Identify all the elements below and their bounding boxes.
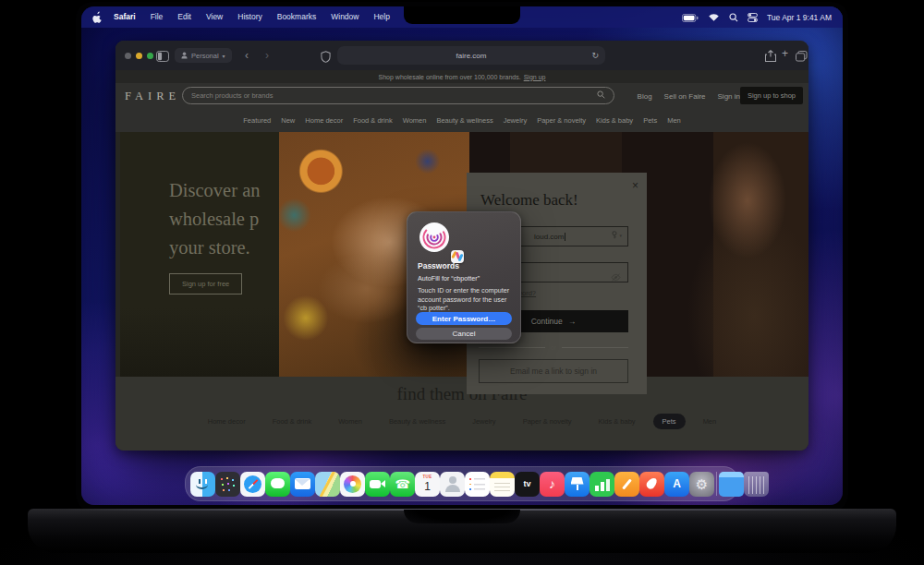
new-tab-button[interactable]: +	[782, 47, 788, 60]
find-them-section: find them on Faire Home decorFood & drin…	[116, 377, 808, 451]
facetime-dock-icon[interactable]	[365, 472, 390, 497]
nav-category-kids-baby[interactable]: Kids & baby	[596, 116, 633, 125]
maps-dock-icon[interactable]	[315, 472, 340, 497]
email-link-button[interactable]: Email me a link to sign in	[479, 359, 628, 383]
menu-bar-clock[interactable]: Tue Apr 1 9:41 AM	[767, 13, 832, 22]
menu-item-safari[interactable]: Safari	[106, 6, 143, 28]
nav-category-food-drink[interactable]: Food & drink	[353, 116, 393, 125]
menu-item-bookmarks[interactable]: Bookmarks	[270, 6, 324, 28]
nav-category-new[interactable]: New	[281, 116, 295, 125]
photos-dock-icon[interactable]	[340, 472, 365, 497]
calendar-dock-icon[interactable]: TUE1	[415, 472, 440, 497]
contacts-dock-icon[interactable]	[440, 472, 465, 497]
faire-page: Shop wholesale online from over 100,000 …	[116, 70, 808, 451]
window-zoom-button[interactable]	[147, 53, 153, 59]
enter-password-button[interactable]: Enter Password…	[416, 312, 512, 325]
settings-dock-icon[interactable]: ⚙	[689, 472, 714, 497]
hero-heading-line-wholesale-p: wholesale p	[169, 205, 409, 234]
phone-dock-icon[interactable]: ☎	[390, 472, 415, 497]
profile-switcher[interactable]: Personal ▾	[175, 48, 232, 63]
menu-item-view[interactable]: View	[199, 6, 230, 28]
nav-category-women[interactable]: Women	[403, 116, 427, 125]
category-pill-women[interactable]: Women	[329, 414, 371, 429]
numbers-dock-icon[interactable]	[590, 472, 614, 497]
appstore-dock-icon[interactable]: A	[664, 472, 689, 497]
nav-category-beauty-wellness[interactable]: Beauty & wellness	[436, 116, 492, 125]
display-notch	[404, 6, 520, 24]
spotlight-icon[interactable]	[729, 9, 738, 26]
apple-menu-icon[interactable]	[92, 11, 103, 23]
appstore-glyph: A	[673, 478, 681, 489]
header-link-sell-on-faire[interactable]: Sell on Faire	[664, 92, 706, 101]
reminders-dock-icon[interactable]	[465, 472, 490, 497]
search-input[interactable]: Search products or brands	[182, 87, 614, 104]
passkey-autofill-icon[interactable]: ▾	[611, 231, 622, 239]
window-minimize-button[interactable]	[136, 53, 142, 59]
or-label: or	[551, 344, 556, 351]
downloads-dock-icon[interactable]	[719, 472, 744, 497]
wifi-icon[interactable]	[708, 9, 720, 26]
safari-dock-icon[interactable]	[240, 472, 265, 497]
category-pill-beauty-wellness[interactable]: Beauty & wellness	[380, 414, 455, 429]
category-pill-food-drink[interactable]: Food & drink	[263, 414, 322, 429]
notes-dock-icon[interactable]	[490, 472, 515, 497]
hero-heading-line-discover-an: Discover an	[169, 176, 409, 205]
nav-category-men[interactable]: Men	[667, 116, 681, 125]
keynote-dock-icon[interactable]	[565, 472, 590, 497]
messages-dock-icon[interactable]	[265, 472, 290, 497]
header-link-sign-in[interactable]: Sign in	[718, 92, 740, 101]
tab-overview-icon[interactable]	[796, 49, 808, 66]
category-pill-pets[interactable]: Pets	[653, 414, 686, 429]
nav-category-featured[interactable]: Featured	[243, 116, 271, 125]
back-button[interactable]: ‹	[245, 47, 249, 64]
tv-dock-icon[interactable]: tv	[515, 472, 540, 497]
menu-item-edit[interactable]: Edit	[170, 6, 199, 28]
touch-id-fingerprint-icon	[418, 221, 451, 254]
signup-to-shop-button[interactable]: Sign up to shop	[740, 87, 803, 104]
menu-item-history[interactable]: History	[230, 6, 269, 28]
category-pill-paper-novelty[interactable]: Paper & novelty	[514, 414, 581, 429]
menu-bar-menus: SafariFileEditViewHistoryBookmarksWindow…	[106, 6, 397, 28]
rocket-dock-icon[interactable]	[639, 472, 664, 497]
menu-item-file[interactable]: File	[143, 6, 171, 28]
share-icon[interactable]	[765, 49, 776, 66]
announcement-signup-link[interactable]: Sign up	[524, 74, 546, 80]
signup-free-button[interactable]: Sign up for free	[169, 273, 242, 295]
safari-window: Personal ▾ ‹ › faire.com ↻ +	[116, 41, 808, 451]
control-center-icon[interactable]	[748, 9, 758, 26]
sidebar-toggle-icon[interactable]	[156, 49, 169, 66]
nav-category-paper-novelty[interactable]: Paper & novelty	[537, 116, 586, 125]
touch-id-dialog: Passwords AutoFill for “cbpotter” Touch …	[407, 211, 521, 343]
category-pill-kids-baby[interactable]: Kids & baby	[590, 414, 645, 429]
close-icon[interactable]: ×	[632, 180, 638, 191]
menu-item-help[interactable]: Help	[366, 6, 396, 28]
menu-item-window[interactable]: Window	[323, 6, 366, 28]
nav-category-pets[interactable]: Pets	[643, 116, 657, 125]
pages-dock-icon[interactable]	[614, 472, 639, 497]
privacy-shield-icon[interactable]	[321, 50, 331, 66]
mail-dock-icon[interactable]	[290, 472, 315, 497]
finder-dock-icon[interactable]	[190, 472, 215, 497]
header-link-blog[interactable]: Blog	[638, 92, 652, 101]
settings-glyph: ⚙	[696, 477, 708, 491]
category-pill-men[interactable]: Men	[694, 414, 726, 429]
reload-icon[interactable]: ↻	[591, 51, 599, 60]
calendar-weekday: TUE	[415, 475, 440, 479]
battery-icon[interactable]	[682, 9, 699, 26]
macbook: SafariFileEditViewHistoryBookmarksWindow…	[0, 0, 924, 565]
trash-dock-icon[interactable]	[744, 472, 769, 497]
address-bar[interactable]: faire.com ↻	[337, 46, 605, 65]
nav-category-home-decor[interactable]: Home decor	[305, 116, 343, 125]
cancel-button[interactable]: Cancel	[416, 328, 512, 340]
window-close-button[interactable]	[125, 53, 131, 59]
show-password-eye-icon[interactable]	[611, 269, 621, 285]
category-pill-home-decor[interactable]: Home decor	[199, 414, 255, 429]
chevron-down-icon: ▾	[619, 233, 622, 238]
music-dock-icon[interactable]: ♪	[540, 472, 565, 497]
category-pill-jewelry[interactable]: Jewelry	[463, 414, 505, 429]
nav-category-jewelry[interactable]: Jewelry	[504, 116, 527, 125]
forward-button[interactable]: ›	[265, 47, 269, 64]
launchpad-dock-icon[interactable]	[215, 472, 240, 497]
faire-logo[interactable]: FAIRE	[125, 90, 180, 103]
category-pills: Home decorFood & drinkWomenBeauty & well…	[116, 414, 808, 429]
